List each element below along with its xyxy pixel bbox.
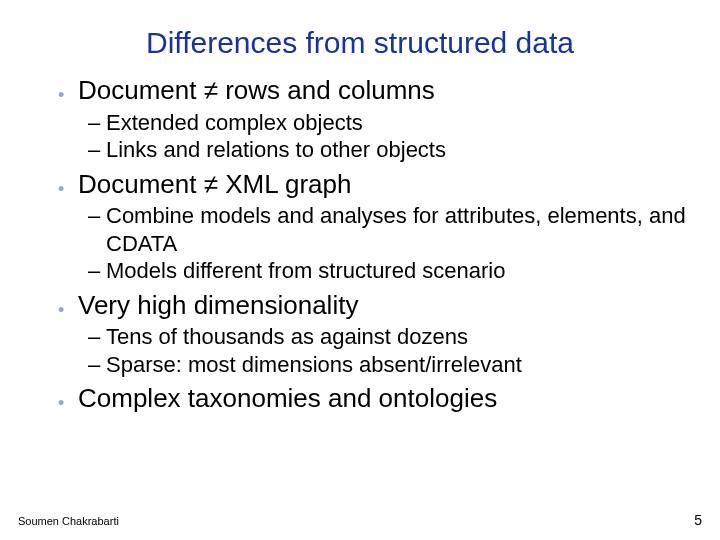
sub-bullet-text: Links and relations to other objects bbox=[106, 136, 446, 164]
dash-icon: – bbox=[88, 324, 106, 350]
bullet-icon: • bbox=[58, 86, 78, 104]
dash-icon: – bbox=[88, 137, 106, 163]
bullet-item: • Document ≠ XML graph bbox=[58, 168, 692, 201]
dash-icon: – bbox=[88, 203, 106, 229]
slide-title: Differences from structured data bbox=[18, 26, 702, 60]
bullet-item: • Complex taxonomies and ontologies bbox=[58, 382, 692, 415]
bullet-text: Document ≠ rows and columns bbox=[78, 74, 435, 107]
sub-bullet-text: Tens of thousands as against dozens bbox=[106, 323, 468, 351]
footer-author: Soumen Chakrabarti bbox=[18, 515, 119, 527]
sub-bullet-text: Sparse: most dimensions absent/irrelevan… bbox=[106, 351, 522, 379]
dash-icon: – bbox=[88, 110, 106, 136]
sub-bullet-item: – Combine models and analyses for attrib… bbox=[88, 202, 692, 257]
bullet-icon: • bbox=[58, 180, 78, 198]
bullet-text: Complex taxonomies and ontologies bbox=[78, 382, 497, 415]
slide: Differences from structured data • Docum… bbox=[0, 0, 720, 540]
sub-bullet-item: – Extended complex objects bbox=[88, 109, 692, 137]
sub-bullet-item: – Sparse: most dimensions absent/irrelev… bbox=[88, 351, 692, 379]
footer: Soumen Chakrabarti 5 bbox=[18, 512, 702, 528]
sub-bullet-text: Combine models and analyses for attribut… bbox=[106, 202, 692, 257]
bullet-icon: • bbox=[58, 394, 78, 412]
sub-bullet-text: Extended complex objects bbox=[106, 109, 363, 137]
content-area: • Document ≠ rows and columns – Extended… bbox=[18, 74, 702, 415]
bullet-item: • Document ≠ rows and columns bbox=[58, 74, 692, 107]
dash-icon: – bbox=[88, 352, 106, 378]
page-number: 5 bbox=[694, 512, 702, 528]
sub-bullet-item: – Links and relations to other objects bbox=[88, 136, 692, 164]
bullet-text: Very high dimensionality bbox=[78, 289, 358, 322]
sub-bullet-item: – Models different from structured scena… bbox=[88, 257, 692, 285]
sub-bullet-item: – Tens of thousands as against dozens bbox=[88, 323, 692, 351]
dash-icon: – bbox=[88, 258, 106, 284]
bullet-text: Document ≠ XML graph bbox=[78, 168, 351, 201]
bullet-item: • Very high dimensionality bbox=[58, 289, 692, 322]
bullet-icon: • bbox=[58, 301, 78, 319]
sub-bullet-text: Models different from structured scenari… bbox=[106, 257, 505, 285]
